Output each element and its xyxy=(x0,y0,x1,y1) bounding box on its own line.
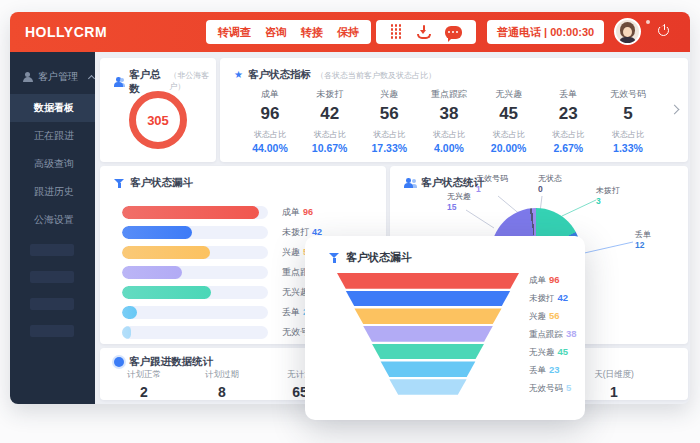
sidebar-item-following[interactable]: 正在跟进 xyxy=(10,122,95,150)
pie-label: 无状态 0 xyxy=(538,174,562,195)
sidebar-skeleton-item xyxy=(30,271,74,283)
sidebar-item-followup-history[interactable]: 跟进历史 xyxy=(10,178,95,206)
pie-label: 无兴趣 15 xyxy=(447,192,471,213)
app-logo: HOLLYCRM xyxy=(25,24,107,40)
metric-ratio-label: 状态占比 xyxy=(246,129,294,140)
funnel-segment xyxy=(337,308,519,324)
funnel-icon xyxy=(114,178,125,189)
funnel-legend-item: 丢单23 xyxy=(529,364,577,382)
metric-value: 42 xyxy=(306,104,354,124)
modal-title: 客户状态漏斗 xyxy=(346,250,412,265)
status-funnel-title: 客户状态漏斗 xyxy=(130,176,193,190)
metric-ratio-label: 状态占比 xyxy=(544,129,592,140)
funnel-segment xyxy=(337,326,519,342)
metric-item: 未拨打 42 状态占比 10.67% xyxy=(306,88,354,154)
followup-title: 客户跟进数据统计 xyxy=(129,355,213,369)
stat-dot-icon xyxy=(114,357,124,367)
funnel-legend-item: 兴趣56 xyxy=(529,310,577,328)
sidebar-group-customer-management[interactable]: 客户管理 xyxy=(10,52,95,94)
funnel-legend-item: 重点跟踪38 xyxy=(529,328,577,346)
sidebar-skeleton-item xyxy=(30,325,74,337)
sidebar-item-public-pool-settings[interactable]: 公海设置 xyxy=(10,206,95,234)
metric-label: 无兴趣 xyxy=(485,88,533,101)
metric-ratio-label: 状态占比 xyxy=(604,129,652,140)
funnel-segment xyxy=(337,379,519,395)
total-customers-value: 305 xyxy=(147,113,169,128)
pie-label: 丢单 12 xyxy=(635,230,651,251)
notification-dot xyxy=(646,20,650,24)
funnel-segment xyxy=(337,291,519,307)
status-metrics-card: ★ 客户状态指标 （各状态当前客户数及状态占比） 成单 96 状态占比 44.0… xyxy=(220,58,688,162)
metric-value: 96 xyxy=(246,104,294,124)
sidebar-item-dashboard[interactable]: 数据看板 xyxy=(10,94,95,122)
funnel-segment xyxy=(337,273,519,289)
metric-value: 23 xyxy=(544,104,592,124)
metric-item: 无兴趣 45 状态占比 20.00% xyxy=(485,88,533,154)
power-icon[interactable] xyxy=(658,24,671,37)
funnel-segment xyxy=(337,344,519,360)
star-icon: ★ xyxy=(234,70,243,80)
metric-percent: 17.33% xyxy=(365,142,413,154)
funnel-chart xyxy=(337,273,519,395)
status-statistics-title: 客户状态统计 xyxy=(421,176,484,190)
funnel-legend-item: 未拨打42 xyxy=(529,292,577,310)
status-metrics-title: 客户状态指标 xyxy=(248,68,311,82)
funnel-bar-fill xyxy=(122,266,182,279)
total-customers-card: 客户总数 （非公海客户） 305 xyxy=(100,58,216,162)
sidebar-group-label: 客户管理 xyxy=(38,70,78,84)
funnel-bar-fill xyxy=(122,326,131,339)
hold-button[interactable]: 保持 xyxy=(337,25,359,40)
status-metrics-row: 成单 96 状态占比 44.00% 未拨打 42 状态占比 10.67% 兴趣 … xyxy=(220,82,688,154)
transfer-button[interactable]: 转接 xyxy=(301,25,323,40)
metric-item: 无效号码 5 状态占比 1.33% xyxy=(604,88,652,154)
metric-percent: 10.67% xyxy=(306,142,354,154)
funnel-bar-fill xyxy=(122,306,137,319)
call-status-badge: 普通电话 | 00:00:30 xyxy=(487,20,604,44)
chat-icon[interactable] xyxy=(445,26,462,39)
metric-label: 成单 xyxy=(246,88,294,101)
sidebar-item-advanced-query[interactable]: 高级查询 xyxy=(10,150,95,178)
metric-label: 兴趣 xyxy=(365,88,413,101)
person-icon xyxy=(22,72,33,83)
sidebar-skeleton-group xyxy=(10,244,95,337)
total-customers-donut: 305 xyxy=(129,91,187,149)
metric-ratio-label: 状态占比 xyxy=(485,129,533,140)
metric-value: 56 xyxy=(365,104,413,124)
user-avatar[interactable] xyxy=(614,18,641,45)
funnel-legend-item: 无效号码5 xyxy=(529,382,577,400)
followup-stat: 计划过期 8 xyxy=(190,369,254,400)
metric-ratio-label: 状态占比 xyxy=(306,129,354,140)
funnel-icon xyxy=(329,252,340,263)
metric-item: 兴趣 56 状态占比 17.33% xyxy=(365,88,413,154)
metric-item: 重点跟踪 38 状态占比 4.00% xyxy=(425,88,473,154)
transfer-survey-button[interactable]: 转调查 xyxy=(218,25,251,40)
consult-button[interactable]: 咨询 xyxy=(265,25,287,40)
metric-item: 成单 96 状态占比 44.00% xyxy=(246,88,294,154)
sidebar-skeleton-item xyxy=(30,244,74,256)
top-bar: HOLLYCRM 转调查 咨询 转接 保持 普通电话 | 00:00:30 xyxy=(10,12,690,52)
status-funnel-modal: 客户状态漏斗 成单96 未拨打42 兴趣56 重点跟踪38 无兴趣45 丢单23… xyxy=(305,236,585,420)
metric-label: 无效号码 xyxy=(604,88,652,101)
metric-label: 丢单 xyxy=(544,88,592,101)
followup-stat: 计划正常 2 xyxy=(112,369,176,400)
sidebar-skeleton-item xyxy=(30,298,74,310)
funnel-legend-item: 无兴趣45 xyxy=(529,346,577,364)
metric-label: 重点跟踪 xyxy=(425,88,473,101)
metric-ratio-label: 状态占比 xyxy=(425,129,473,140)
metric-ratio-label: 状态占比 xyxy=(365,129,413,140)
users-icon xyxy=(114,77,124,87)
metric-item: 丢单 23 状态占比 2.67% xyxy=(544,88,592,154)
metric-percent: 1.33% xyxy=(604,142,652,154)
pie-label: 未拨打 3 xyxy=(596,186,620,207)
call-incoming-icon[interactable] xyxy=(416,24,432,40)
metric-percent: 20.00% xyxy=(485,142,533,154)
funnel-segment xyxy=(337,361,519,377)
funnel-legend-item: 成单96 xyxy=(529,274,577,292)
total-customers-subtitle: （非公海客户） xyxy=(169,70,216,92)
status-metrics-subtitle: （各状态当前客户数及状态占比） xyxy=(316,70,436,81)
funnel-bar-fill xyxy=(122,286,211,299)
dialpad-icon[interactable] xyxy=(391,24,403,40)
metric-value: 38 xyxy=(425,104,473,124)
followup-stat: 天(日维度) 1 xyxy=(582,369,646,400)
pie-label: 无效号码 1 xyxy=(476,174,508,195)
